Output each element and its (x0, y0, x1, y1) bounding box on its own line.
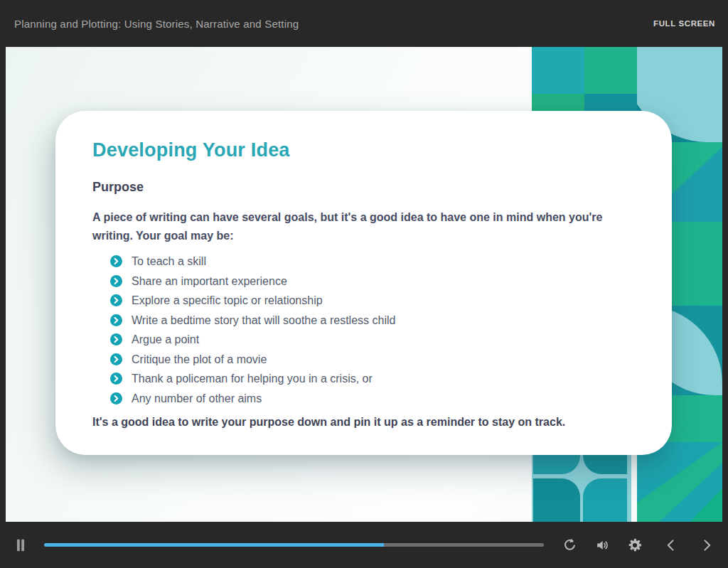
next-button[interactable] (698, 537, 715, 554)
list-item: Write a bedtime story that will soothe a… (110, 314, 628, 326)
list-item: Thank a policeman for helping you in a c… (110, 373, 628, 385)
chevron-bullet-icon (110, 314, 122, 326)
list-item-label: Write a bedtime story that will soothe a… (132, 314, 395, 326)
list-item: Critique the plot of a movie (110, 353, 628, 365)
top-bar: Planning and Plotting: Using Stories, Na… (0, 0, 728, 47)
chevron-bullet-icon (110, 373, 122, 385)
pause-button[interactable] (11, 536, 30, 554)
slide-title: Developing Your Idea (92, 139, 628, 161)
list-item: Argue a point (110, 333, 628, 345)
prev-button[interactable] (663, 537, 680, 554)
mosaic-tile (584, 47, 637, 94)
chevron-bullet-icon (110, 275, 122, 287)
list-item-label: Critique the plot of a movie (132, 353, 267, 365)
settings-button[interactable] (626, 536, 644, 554)
bullet-list: To teach a skill Share an important expe… (110, 255, 628, 404)
slide-card: Developing Your Idea Purpose A piece of … (55, 111, 672, 455)
intro-paragraph: A piece of writing can have several goal… (92, 208, 628, 245)
list-item-label: To teach a skill (132, 255, 206, 267)
course-player-window: Planning and Plotting: Using Stories, Na… (0, 0, 728, 568)
replay-icon (562, 537, 577, 552)
seek-progress-fill (44, 543, 384, 547)
list-item: To teach a skill (110, 255, 628, 267)
seek-bar[interactable] (44, 540, 544, 550)
list-item: Any number of other aims (110, 392, 628, 404)
list-item-label: Explore a specific topic or relationship (132, 294, 323, 306)
seek-track (44, 543, 544, 547)
pause-icon (13, 537, 28, 553)
course-title: Planning and Plotting: Using Stories, Na… (14, 18, 299, 30)
mosaic-tile (532, 94, 584, 111)
mosaic-tile (583, 478, 627, 522)
list-item-label: Share an important experience (132, 275, 287, 287)
chevron-bullet-icon (110, 333, 122, 345)
chevron-bullet-icon (110, 392, 122, 404)
slide-stage: Developing Your Idea Purpose A piece of … (6, 47, 722, 522)
list-item-label: Any number of other aims (132, 392, 262, 404)
list-item-label: Argue a point (132, 333, 199, 345)
player-bar (0, 522, 728, 568)
mosaic-tile (584, 94, 637, 111)
gear-icon (627, 537, 643, 553)
chevron-left-icon (664, 538, 678, 552)
list-item: Share an important experience (110, 275, 628, 287)
volume-icon (594, 537, 610, 553)
chevron-right-icon (700, 538, 714, 552)
fullscreen-button[interactable]: FULL SCREEN (648, 15, 721, 32)
slide-subtitle: Purpose (92, 180, 628, 195)
volume-button[interactable] (593, 536, 611, 554)
chevron-bullet-icon (110, 353, 122, 365)
list-item: Explore a specific topic or relationship (110, 294, 628, 306)
replay-button[interactable] (561, 536, 579, 554)
chevron-bullet-icon (110, 255, 122, 267)
list-item-label: Thank a policeman for helping you in a c… (132, 373, 373, 385)
chevron-bullet-icon (110, 294, 122, 306)
closing-paragraph: It's a good idea to write your purpose d… (92, 414, 628, 431)
mosaic-tile (532, 47, 584, 94)
mosaic-tile (533, 478, 580, 522)
